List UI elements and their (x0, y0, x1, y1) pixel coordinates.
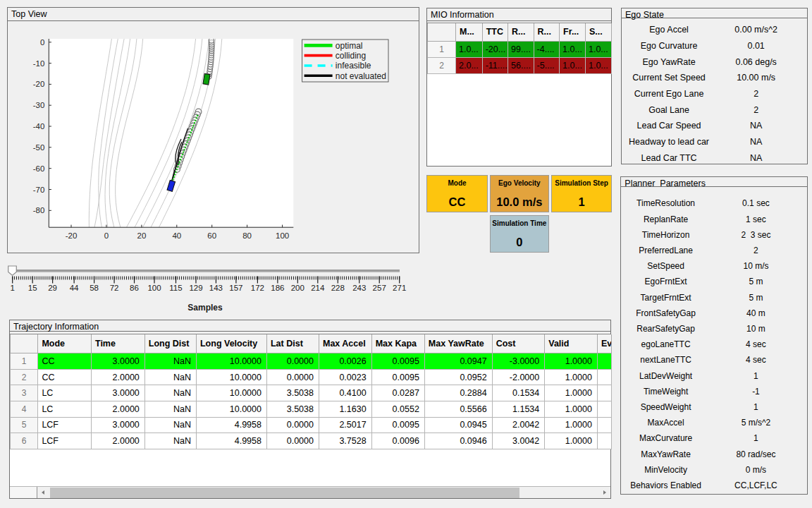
svg-text:-30: -30 (33, 101, 45, 109)
svg-text:-70: -70 (33, 186, 45, 194)
svg-text:80: 80 (242, 231, 252, 240)
svg-text:-10: -10 (33, 59, 45, 68)
svg-text:60: 60 (207, 231, 216, 240)
svg-text:not evaluated: not evaluated (336, 71, 386, 81)
svg-text:228: 228 (331, 284, 345, 292)
svg-text:243: 243 (352, 284, 366, 292)
svg-text:29: 29 (48, 284, 57, 292)
svg-text:40: 40 (172, 231, 181, 240)
svg-text:172: 172 (251, 284, 264, 292)
svg-text:-40: -40 (33, 122, 45, 131)
svg-text:72: 72 (110, 284, 119, 292)
svg-text:200: 200 (291, 284, 304, 292)
svg-text:214: 214 (311, 284, 325, 292)
svg-text:0: 0 (104, 231, 109, 240)
svg-text:infeasible: infeasible (336, 61, 371, 71)
svg-text:1: 1 (10, 284, 14, 292)
svg-text:-20: -20 (66, 231, 78, 240)
svg-text:0: 0 (40, 38, 44, 47)
svg-text:143: 143 (209, 284, 223, 292)
svg-text:Samples: Samples (187, 303, 223, 313)
svg-text:-80: -80 (33, 206, 45, 214)
svg-text:100: 100 (276, 231, 289, 240)
svg-text:257: 257 (373, 284, 386, 292)
svg-text:129: 129 (189, 284, 202, 292)
svg-text:115: 115 (169, 284, 182, 292)
svg-text:100: 100 (147, 284, 161, 292)
svg-text:colliding: colliding (336, 51, 366, 61)
svg-text:271: 271 (393, 284, 406, 292)
svg-text:157: 157 (229, 284, 242, 292)
svg-text:-60: -60 (33, 164, 45, 173)
svg-text:-20: -20 (33, 80, 45, 88)
svg-text:optimal: optimal (336, 41, 363, 51)
svg-text:86: 86 (130, 284, 139, 292)
svg-text:186: 186 (271, 284, 284, 292)
svg-text:20: 20 (137, 231, 147, 240)
svg-text:-50: -50 (33, 143, 45, 152)
svg-text:15: 15 (28, 284, 37, 292)
svg-text:58: 58 (90, 284, 99, 292)
svg-text:44: 44 (70, 284, 79, 292)
